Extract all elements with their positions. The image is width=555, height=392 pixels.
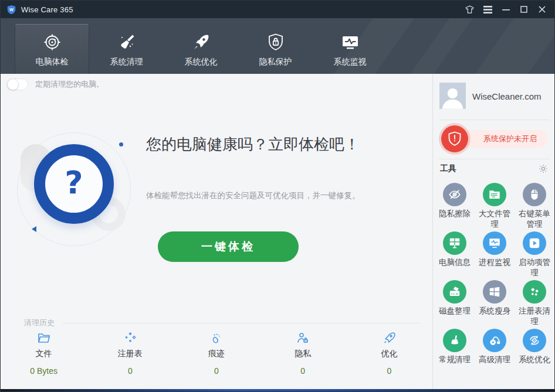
tab-pc-checkup[interactable]: 电脑体检 <box>15 24 89 74</box>
main-navigation: 电脑体检 系统清理 <box>1 18 554 74</box>
tools-settings-gear-icon[interactable] <box>538 163 549 174</box>
divider <box>439 159 550 159</box>
monitor-info-icon <box>443 231 466 255</box>
rocket-icon <box>192 32 211 52</box>
stat-value: 0 <box>300 366 305 376</box>
protection-alert-text: 系统保护未开启 <box>483 134 537 144</box>
gear-sync-icon <box>523 329 546 352</box>
broom-icon <box>443 329 466 352</box>
clean-history-stats: 文件 0 Bytes 注册表 0 <box>1 330 432 376</box>
tool-registry-cleaner[interactable]: 注册表清理 <box>515 280 554 329</box>
tab-label: 系统清理 <box>110 57 143 67</box>
stat-privacy: 隐私 0 <box>260 330 346 376</box>
tool-common-cleaner[interactable]: 常规清理 <box>435 329 475 377</box>
health-question-illustration: ? <box>12 127 138 241</box>
main-panel: 定期清理您的电脑。 ? 您的电脑健康吗？立即体检吧！ 体检能帮您找出潜在的安全问… <box>1 74 432 390</box>
stat-value: 0 <box>214 366 219 376</box>
tool-system-tuneup[interactable]: 系统优化 <box>515 329 554 377</box>
vacuum-icon <box>483 329 506 352</box>
shield-lock-icon <box>267 32 285 52</box>
menu-hamburger-icon[interactable] <box>481 3 494 16</box>
titlebar: W Wise Care 365 <box>1 1 554 18</box>
decor-streak <box>456 18 554 74</box>
registry-diamonds-icon <box>123 330 137 346</box>
app-window: W Wise Care 365 <box>0 0 555 392</box>
question-mark: ? <box>65 167 83 199</box>
broom-icon <box>117 32 136 52</box>
hero-title: 您的电脑健康吗？立即体检吧！ <box>146 134 360 155</box>
play-icon <box>523 231 546 255</box>
tool-disk-defrag[interactable]: 磁盘整理 <box>435 280 475 329</box>
protection-alert-pill[interactable]: 系统保护未开启 <box>455 130 547 148</box>
tab-system-monitor[interactable]: 系统监视 <box>313 24 387 74</box>
folder-icon <box>37 330 51 346</box>
stat-tuneup: 优化 0 <box>346 330 432 376</box>
stat-value: 0 Bytes <box>30 366 57 376</box>
stat-registry: 注册表 0 <box>87 330 173 376</box>
question-circle-icon: ? <box>34 144 114 224</box>
stat-value: 0 <box>387 366 392 376</box>
footprint-icon <box>209 330 224 346</box>
tool-startup-manager[interactable]: 启动项管理 <box>515 231 554 280</box>
eye-off-icon <box>443 183 466 206</box>
tab-label: 系统优化 <box>185 57 218 67</box>
tab-privacy-protector[interactable]: 隐私保护 <box>238 24 313 74</box>
monitor-pulse-icon <box>483 231 506 255</box>
monitor-pulse-icon <box>340 32 360 52</box>
windows-icon <box>483 280 506 304</box>
tab-label: 隐私保护 <box>259 57 292 67</box>
skin-tshirt-icon[interactable] <box>463 3 476 16</box>
tool-advanced-cleaner[interactable]: 高级清理 <box>475 329 515 377</box>
tab-label: 电脑体检 <box>36 57 69 67</box>
diamonds-icon <box>523 280 546 304</box>
schedule-clean-label: 定期清理您的电脑。 <box>35 79 104 90</box>
window-title: Wise Care 365 <box>21 5 73 14</box>
svg-text:W: W <box>9 7 13 12</box>
maximize-icon[interactable] <box>517 3 530 16</box>
account-name[interactable]: WiseCleaner.com <box>472 91 542 101</box>
window-bottom-edge <box>1 389 554 391</box>
sidebar: WiseCleaner.com 系统保护未开启 工具 <box>433 74 555 390</box>
rocket-icon <box>382 330 396 346</box>
toggle-knob <box>7 79 19 90</box>
checkup-target-icon <box>43 32 62 52</box>
tool-process-monitor[interactable]: 进程监视 <box>475 231 515 280</box>
minimize-icon[interactable] <box>499 3 512 16</box>
hero-subtitle: 体检能帮您找出潜在的安全问题及可优化项目，并一键修复。 <box>146 190 360 201</box>
stat-files: 文件 0 Bytes <box>1 330 87 376</box>
protection-shield-alert-icon[interactable] <box>441 125 468 152</box>
tab-label: 系统监视 <box>334 57 367 67</box>
mouse-icon <box>523 183 546 206</box>
schedule-clean-toggle[interactable] <box>6 79 28 90</box>
disk-icon <box>443 280 466 304</box>
tool-system-slimming[interactable]: 系统瘦身 <box>475 280 515 329</box>
stat-traces: 痕迹 0 <box>173 330 259 376</box>
avatar[interactable] <box>439 83 466 109</box>
divider <box>439 120 550 120</box>
tools-grid: 隐私擦除 大文件管理 <box>435 183 554 377</box>
tool-context-menu-manager[interactable]: 右键菜单管理 <box>515 183 554 231</box>
tool-pc-information[interactable]: 电脑信息 <box>435 231 475 280</box>
clean-history-title: 清理历史 <box>24 318 55 328</box>
folder-list-icon <box>483 183 506 206</box>
tools-section-title: 工具 <box>440 163 456 174</box>
decor-triangle <box>32 226 36 232</box>
divider-line <box>63 323 419 323</box>
tab-system-tuneup[interactable]: 系统优化 <box>164 24 238 74</box>
one-click-checkup-button[interactable]: 一键体检 <box>158 231 299 262</box>
tool-big-files-manager[interactable]: 大文件管理 <box>475 183 515 231</box>
tool-privacy-eraser[interactable]: 隐私擦除 <box>435 183 475 231</box>
app-logo-shield-icon: W <box>6 5 16 15</box>
tab-system-cleaner[interactable]: 系统清理 <box>89 24 164 74</box>
stat-value: 0 <box>128 366 133 376</box>
close-icon[interactable] <box>536 3 549 16</box>
decor-dot <box>119 142 123 146</box>
user-privacy-icon <box>296 330 310 346</box>
